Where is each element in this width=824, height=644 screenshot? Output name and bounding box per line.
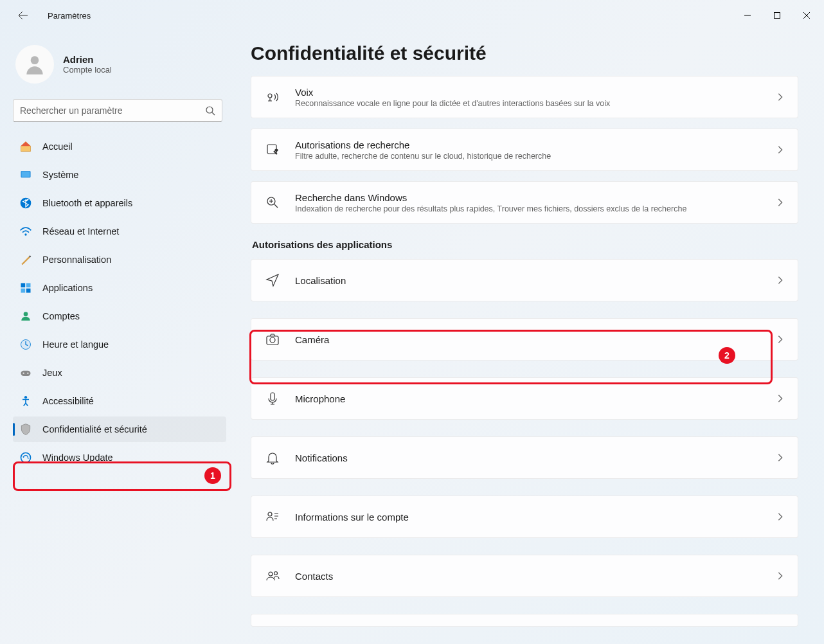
bluetooth-icon xyxy=(19,197,32,210)
svg-point-26 xyxy=(274,572,278,575)
svg-point-22 xyxy=(270,337,275,343)
nav-item-system[interactable]: Système xyxy=(13,162,226,188)
gaming-icon xyxy=(19,366,32,379)
chevron-right-icon xyxy=(776,571,785,580)
card-notifications[interactable]: Notifications xyxy=(251,436,798,479)
home-icon xyxy=(19,140,32,153)
chevron-right-icon xyxy=(776,394,785,403)
close-icon xyxy=(803,12,810,19)
section-app-permissions: Autorisations des applications xyxy=(252,239,798,250)
card-partial[interactable] xyxy=(251,614,798,627)
search-input-wrap[interactable] xyxy=(13,99,222,122)
avatar xyxy=(15,45,54,84)
nav-label: Système xyxy=(42,170,78,180)
nav-item-bluetooth[interactable]: Bluetooth et appareils xyxy=(13,190,226,216)
account-info-icon xyxy=(264,508,281,525)
window-title: Paramètres xyxy=(48,11,91,21)
titlebar: Paramètres xyxy=(0,0,824,31)
camera-icon xyxy=(264,331,281,348)
maximize-icon xyxy=(774,12,780,19)
card-title: Contacts xyxy=(295,571,762,582)
card-account-info[interactable]: Informations sur le compte xyxy=(251,496,798,538)
card-title: Autorisations de recherche xyxy=(295,139,762,150)
annotation-badge-1: 1 xyxy=(204,467,221,484)
nav-label: Jeux xyxy=(42,368,62,378)
card-title: Notifications xyxy=(295,452,762,463)
location-icon xyxy=(264,272,281,289)
svg-rect-8 xyxy=(26,283,31,288)
user-subtitle: Compte local xyxy=(63,65,112,75)
back-button[interactable] xyxy=(10,3,36,28)
main-content: Confidentialité et sécurité Voix Reconna… xyxy=(231,31,824,644)
svg-rect-10 xyxy=(26,289,31,293)
nav-label: Confidentialité et sécurité xyxy=(42,424,147,434)
card-title: Voix xyxy=(295,87,762,98)
nav-item-time-language[interactable]: Heure et langue xyxy=(13,332,226,357)
nav-item-personalization[interactable]: Personnalisation xyxy=(13,247,226,273)
svg-rect-4 xyxy=(21,172,30,177)
card-microphone[interactable]: Microphone xyxy=(251,377,798,420)
nav-item-apps[interactable]: Applications xyxy=(13,275,226,301)
card-voice[interactable]: Voix Reconnaissance vocale en ligne pour… xyxy=(251,76,798,118)
contacts-icon xyxy=(264,568,281,584)
chevron-right-icon xyxy=(776,145,785,154)
nav-label: Réseau et Internet xyxy=(42,226,119,237)
svg-point-1 xyxy=(31,56,39,64)
content-scroll[interactable]: Voix Reconnaissance vocale en ligne pour… xyxy=(251,76,801,644)
svg-rect-7 xyxy=(21,283,26,288)
chevron-right-icon xyxy=(776,453,785,462)
search-windows-icon xyxy=(264,194,281,211)
svg-rect-9 xyxy=(21,289,26,293)
svg-point-25 xyxy=(269,572,273,576)
annotation-badge-2: 2 xyxy=(719,347,735,364)
card-title: Localisation xyxy=(295,275,762,286)
close-button[interactable] xyxy=(792,5,821,26)
avatar-icon xyxy=(22,52,47,76)
chevron-right-icon xyxy=(776,276,785,285)
nav-item-privacy-security[interactable]: Confidentialité et sécurité xyxy=(13,416,226,442)
nav-item-accessibility[interactable]: Accessibilité xyxy=(13,388,226,414)
nav-item-windows-update[interactable]: Windows Update xyxy=(13,445,226,470)
voice-icon xyxy=(264,89,281,105)
minimize-icon xyxy=(744,12,751,19)
nav-label: Personnalisation xyxy=(42,255,111,265)
svg-point-16 xyxy=(24,396,27,398)
shield-icon xyxy=(19,423,32,436)
user-block[interactable]: Adrien Compte local xyxy=(13,42,226,94)
card-search-windows[interactable]: Recherche dans Windows Indexation de rec… xyxy=(251,181,798,224)
chevron-right-icon xyxy=(776,512,785,521)
svg-point-24 xyxy=(268,512,272,516)
card-title: Informations sur le compte xyxy=(295,512,762,523)
accounts-icon xyxy=(19,310,32,323)
svg-point-17 xyxy=(21,453,31,463)
windows-update-icon xyxy=(19,451,32,464)
apps-icon xyxy=(19,282,32,294)
card-sub: Reconnaissance vocale en ligne pour la d… xyxy=(295,99,762,108)
minimize-button[interactable] xyxy=(733,5,762,26)
search-icon xyxy=(205,105,215,116)
nav-label: Comptes xyxy=(42,311,80,321)
nav-item-network[interactable]: Réseau et Internet xyxy=(13,219,226,244)
nav-label: Accessibilité xyxy=(42,396,94,406)
svg-point-14 xyxy=(22,373,24,375)
chevron-right-icon xyxy=(776,335,785,344)
nav-label: Heure et langue xyxy=(42,339,109,350)
card-location[interactable]: Localisation xyxy=(251,259,798,301)
svg-point-6 xyxy=(24,233,26,235)
svg-rect-23 xyxy=(271,393,274,400)
search-input[interactable] xyxy=(20,105,205,116)
svg-point-15 xyxy=(27,373,29,375)
nav-item-gaming[interactable]: Jeux xyxy=(13,360,226,386)
nav-label: Applications xyxy=(42,283,93,293)
microphone-icon xyxy=(264,390,281,407)
nav-label: Bluetooth et appareils xyxy=(42,198,132,208)
back-arrow-icon xyxy=(18,10,28,21)
nav-item-accounts[interactable]: Comptes xyxy=(13,303,226,329)
nav-label: Windows Update xyxy=(42,452,113,463)
svg-point-11 xyxy=(24,312,28,316)
card-contacts[interactable]: Contacts xyxy=(251,555,798,597)
card-search-permissions[interactable]: Autorisations de recherche Filtre adulte… xyxy=(251,129,798,171)
maximize-button[interactable] xyxy=(762,5,792,26)
nav-item-home[interactable]: Accueil xyxy=(13,134,226,159)
card-camera[interactable]: Caméra xyxy=(251,318,798,361)
